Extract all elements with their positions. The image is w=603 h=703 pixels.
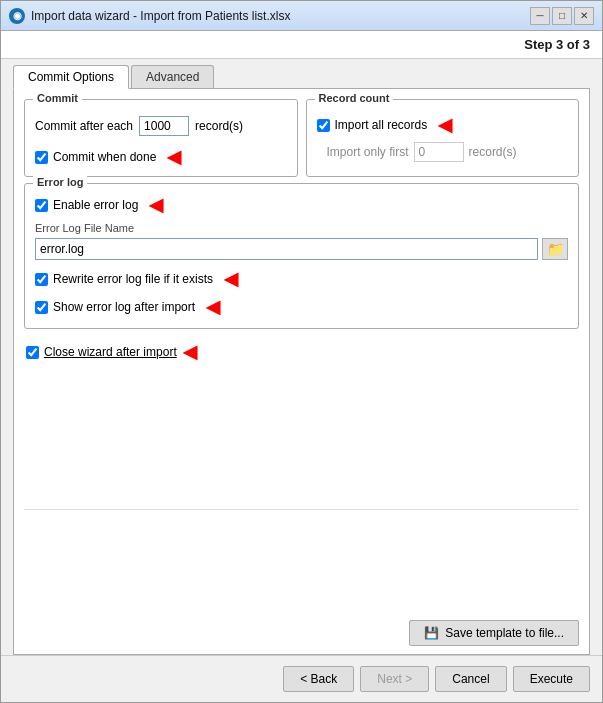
enable-error-log-row: Enable error log ◀ — [35, 194, 568, 216]
mid-content: Commit Commit after each record(s) Commi… — [14, 89, 589, 654]
main-panel: Commit Commit after each record(s) Commi… — [13, 88, 590, 655]
import-all-row: Import all records ◀ — [317, 114, 569, 136]
step-bar: Step 3 of 3 — [1, 31, 602, 59]
commit-when-done-label: Commit when done — [53, 150, 156, 164]
file-name-row: 📁 — [35, 238, 568, 260]
show-error-log-arrow: ◀ — [206, 296, 220, 318]
maximize-button[interactable]: □ — [552, 7, 572, 25]
browse-button[interactable]: 📁 — [542, 238, 568, 260]
save-template-label: Save template to file... — [445, 626, 564, 640]
top-panels: Commit Commit after each record(s) Commi… — [14, 89, 589, 183]
rewrite-label: Rewrite error log file if it exists — [53, 272, 213, 286]
main-window: ◉ Import data wizard - Import from Patie… — [0, 0, 603, 703]
commit-record-label: record(s) — [195, 119, 243, 133]
enable-error-log-arrow: ◀ — [149, 194, 163, 216]
error-log-title: Error log — [33, 176, 87, 188]
import-all-label: Import all records — [335, 118, 428, 132]
step-label: Step 3 of 3 — [524, 37, 590, 52]
enable-error-log-checkbox[interactable] — [35, 199, 48, 212]
content-area: Commit Commit after each record(s) Commi… — [1, 88, 602, 655]
close-wizard-section: Close wizard after import ◀ — [14, 335, 589, 369]
rewrite-checkbox[interactable] — [35, 273, 48, 286]
commit-when-done-checkbox[interactable] — [35, 151, 48, 164]
import-all-checkbox[interactable] — [317, 119, 330, 132]
close-button[interactable]: ✕ — [574, 7, 594, 25]
app-icon: ◉ — [9, 8, 25, 24]
close-wizard-checkbox[interactable] — [26, 346, 39, 359]
next-button[interactable]: Next > — [360, 666, 429, 692]
title-bar: ◉ Import data wizard - Import from Patie… — [1, 1, 602, 31]
commit-when-done-row: Commit when done ◀ — [35, 146, 287, 168]
file-name-input[interactable] — [35, 238, 538, 260]
import-first-row: Import only first record(s) — [327, 142, 569, 162]
save-template-button[interactable]: 💾 Save template to file... — [409, 620, 579, 646]
window-controls: ─ □ ✕ — [530, 7, 594, 25]
tab-advanced[interactable]: Advanced — [131, 65, 214, 88]
window-title: Import data wizard - Import from Patient… — [31, 9, 530, 23]
show-error-log-label: Show error log after import — [53, 300, 195, 314]
back-button[interactable]: < Back — [283, 666, 354, 692]
commit-after-label: Commit after each — [35, 119, 133, 133]
commit-group-title: Commit — [33, 92, 82, 104]
footer: < Back Next > Cancel Execute — [1, 655, 602, 702]
close-wizard-label: Close wizard after import — [44, 345, 177, 359]
cancel-button[interactable]: Cancel — [435, 666, 506, 692]
minimize-button[interactable]: ─ — [530, 7, 550, 25]
record-count-group: Record count Import all records ◀ Import… — [306, 99, 580, 177]
close-wizard-arrow: ◀ — [183, 341, 197, 363]
execute-button[interactable]: Execute — [513, 666, 590, 692]
rewrite-row: Rewrite error log file if it exists ◀ — [35, 268, 568, 290]
rewrite-arrow: ◀ — [224, 268, 238, 290]
import-all-arrow: ◀ — [438, 114, 452, 136]
import-first-label: Import only first — [327, 145, 409, 159]
import-first-input[interactable] — [414, 142, 464, 162]
commit-after-row: Commit after each record(s) — [35, 116, 287, 136]
tab-bar: Commit Options Advanced — [1, 59, 602, 88]
file-name-label: Error Log File Name — [35, 222, 568, 234]
error-log-section: Error log Enable error log ◀ Error Log F… — [14, 183, 589, 335]
commit-group: Commit Commit after each record(s) Commi… — [24, 99, 298, 177]
save-icon: 💾 — [424, 626, 439, 640]
show-error-log-row: Show error log after import ◀ — [35, 296, 568, 318]
import-first-record-label: record(s) — [469, 145, 517, 159]
error-log-group: Error log Enable error log ◀ Error Log F… — [24, 183, 579, 329]
commit-when-done-arrow: ◀ — [167, 146, 181, 168]
record-count-title: Record count — [315, 92, 394, 104]
commit-after-input[interactable] — [139, 116, 189, 136]
tab-commit-options[interactable]: Commit Options — [13, 65, 129, 89]
show-error-log-checkbox[interactable] — [35, 301, 48, 314]
enable-error-log-label: Enable error log — [53, 198, 138, 212]
file-name-label-row: Error Log File Name 📁 — [35, 222, 568, 260]
